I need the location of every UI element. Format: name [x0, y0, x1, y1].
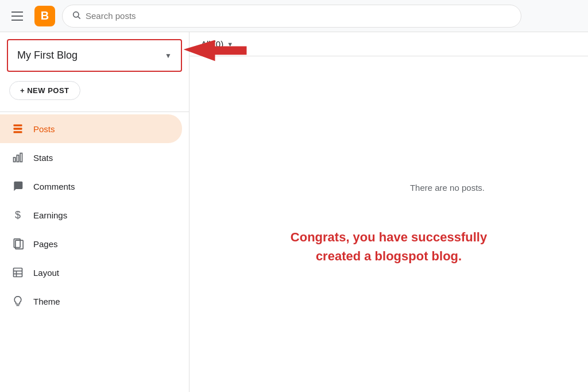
- content-area: All (0) ▼ There are no posts. Congrats, …: [189, 32, 588, 392]
- new-post-button[interactable]: + NEW POST: [9, 81, 80, 100]
- svg-line-1: [78, 17, 80, 19]
- earnings-icon: $: [11, 209, 24, 221]
- sidebar-item-pages[interactable]: Pages: [0, 229, 182, 258]
- blogger-logo: B: [34, 6, 55, 26]
- main-layout: My First Blog ▼ + NEW POST: [0, 32, 588, 392]
- blog-selector[interactable]: My First Blog ▼: [7, 39, 182, 72]
- congrats-message: Congrats, you have successfully created …: [285, 228, 492, 266]
- sidebar-item-stats[interactable]: Stats: [0, 143, 182, 172]
- svg-rect-5: [14, 128, 22, 129]
- svg-point-0: [74, 11, 79, 17]
- filter-dropdown-arrow: ▼: [227, 41, 233, 48]
- pages-label: Pages: [33, 239, 58, 249]
- layout-label: Layout: [33, 268, 59, 278]
- sidebar: My First Blog ▼ + NEW POST: [0, 32, 189, 392]
- svg-rect-6: [14, 131, 22, 133]
- sidebar-item-posts[interactable]: Posts: [0, 114, 182, 143]
- sidebar-item-theme[interactable]: Theme: [0, 287, 182, 316]
- filter-label: All (0): [201, 39, 223, 49]
- no-posts-message: There are no posts.: [410, 183, 485, 193]
- content-body: There are no posts. Congrats, you have s…: [189, 56, 588, 392]
- sidebar-nav: Posts Stats: [0, 114, 189, 316]
- search-icon: [72, 10, 81, 22]
- new-post-label: + NEW POST: [20, 86, 69, 95]
- stats-label: Stats: [33, 153, 53, 163]
- blog-dropdown-arrow: ▼: [165, 52, 172, 60]
- svg-rect-4: [14, 125, 22, 126]
- content-toolbar: All (0) ▼: [189, 32, 588, 56]
- svg-rect-9: [20, 153, 22, 162]
- all-posts-dropdown[interactable]: All (0) ▼: [201, 39, 233, 49]
- theme-label: Theme: [33, 297, 60, 306]
- sidebar-divider: [0, 112, 189, 112]
- svg-rect-7: [14, 157, 16, 162]
- search-input[interactable]: [86, 11, 512, 21]
- menu-icon[interactable]: [7, 7, 28, 25]
- comments-label: Comments: [33, 182, 75, 191]
- svg-rect-12: [14, 268, 22, 277]
- top-bar: B: [0, 0, 588, 32]
- sidebar-item-comments[interactable]: Comments: [0, 172, 182, 201]
- sidebar-item-earnings[interactable]: $ Earnings: [0, 201, 182, 229]
- comments-icon: [11, 180, 24, 193]
- svg-rect-8: [17, 155, 18, 162]
- layout-icon: [11, 266, 24, 279]
- pages-icon: [11, 237, 24, 250]
- search-bar: [62, 5, 521, 28]
- posts-label: Posts: [33, 124, 55, 134]
- stats-icon: [11, 151, 24, 164]
- theme-icon: [11, 295, 24, 308]
- blog-name: My First Blog: [17, 49, 78, 62]
- posts-icon: [11, 122, 24, 135]
- earnings-label: Earnings: [33, 210, 67, 220]
- sidebar-item-layout[interactable]: Layout: [0, 258, 182, 287]
